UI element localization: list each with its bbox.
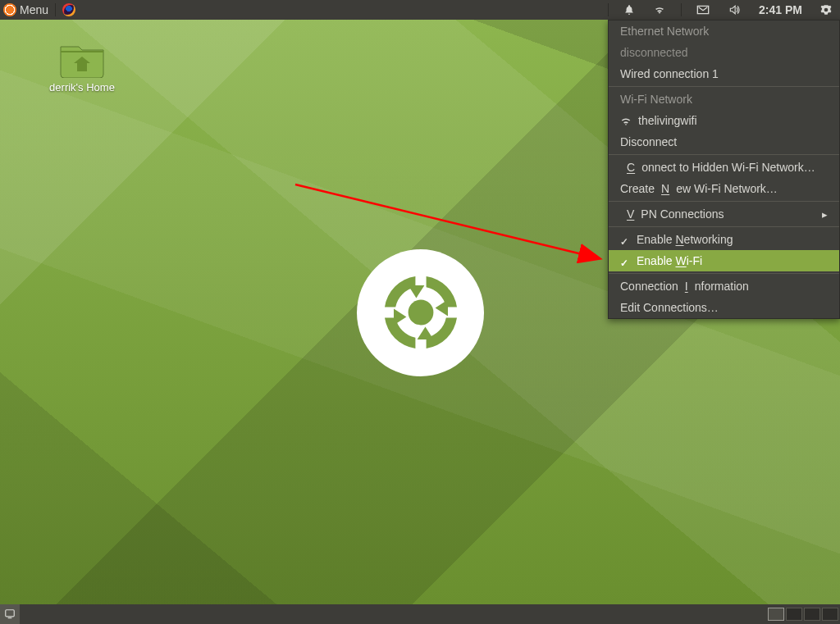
workspace-3[interactable] — [804, 608, 820, 621]
bottom-panel — [0, 604, 840, 624]
wifi-section-header: Wi-Fi Network — [609, 89, 839, 110]
separator — [55, 3, 56, 17]
separator — [681, 3, 682, 17]
wifi-network-item[interactable]: thelivingwifi — [609, 110, 839, 131]
system-indicator[interactable] — [817, 0, 835, 20]
home-folder-icon[interactable]: derrik's Home — [41, 40, 123, 93]
connection-information-item[interactable]: Connection Information — [609, 276, 839, 297]
enable-networking-item[interactable]: Enable Networking — [609, 229, 839, 250]
workspace-2[interactable] — [786, 608, 802, 621]
folder-icon — [59, 40, 105, 78]
vpn-connections-item[interactable]: VPN Connections — [609, 203, 839, 225]
check-icon — [620, 256, 630, 266]
gear-icon — [820, 4, 832, 16]
ethernet-status: disconnected — [609, 42, 839, 63]
menu-separator — [609, 273, 839, 274]
wifi-disconnect-item[interactable]: Disconnect — [609, 131, 839, 153]
envelope-icon — [696, 5, 710, 15]
firefox-launcher[interactable] — [59, 0, 79, 20]
menu-separator — [609, 226, 839, 227]
show-desktop-icon — [4, 608, 16, 620]
network-indicator[interactable] — [650, 0, 669, 20]
bell-icon — [623, 4, 635, 16]
wifi-signal-icon — [620, 116, 632, 125]
notifications-indicator[interactable] — [620, 0, 638, 20]
mate-logo-svg — [376, 267, 466, 358]
menu-label: Menu — [20, 3, 48, 16]
home-folder-label: derrik's Home — [49, 81, 115, 93]
show-desktop-button[interactable] — [0, 604, 20, 624]
enable-wifi-item[interactable]: Enable Wi-Fi — [609, 250, 839, 271]
menu-separator — [609, 154, 839, 155]
network-menu: Ethernet Network disconnected Wired conn… — [608, 20, 840, 319]
menu-separator — [609, 86, 839, 87]
edit-connections-item[interactable]: Edit Connections… — [609, 297, 839, 318]
wifi-icon — [653, 4, 666, 16]
mail-indicator[interactable] — [693, 0, 713, 20]
ubuntu-icon — [3, 3, 16, 16]
wifi-ssid-label: thelivingwifi — [638, 114, 697, 127]
ethernet-section-header: Ethernet Network — [609, 20, 839, 42]
volume-indicator[interactable] — [724, 0, 744, 20]
svg-rect-8 — [8, 617, 12, 618]
svg-point-1 — [408, 300, 433, 326]
workspace-1[interactable] — [768, 608, 784, 621]
wired-connection-item[interactable]: Wired connection 1 — [609, 63, 839, 84]
svg-rect-7 — [6, 610, 15, 617]
mate-logo — [357, 249, 484, 376]
ubuntu-menu-button[interactable]: Menu — [0, 0, 52, 20]
speaker-icon — [728, 4, 741, 16]
check-icon — [620, 235, 630, 244]
clock[interactable]: 2:41 PM — [756, 0, 806, 20]
create-new-wifi-item[interactable]: Create New Wi-Fi Network… — [609, 178, 839, 199]
top-panel: Menu 2:41 PM — [0, 0, 840, 20]
connect-hidden-item[interactable]: Connect to Hidden Wi-Fi Network… — [609, 157, 839, 178]
workspace-4[interactable] — [822, 608, 838, 621]
workspace-switcher[interactable] — [768, 608, 840, 621]
menu-separator — [609, 201, 839, 202]
firefox-icon — [62, 3, 75, 16]
separator — [608, 3, 609, 17]
